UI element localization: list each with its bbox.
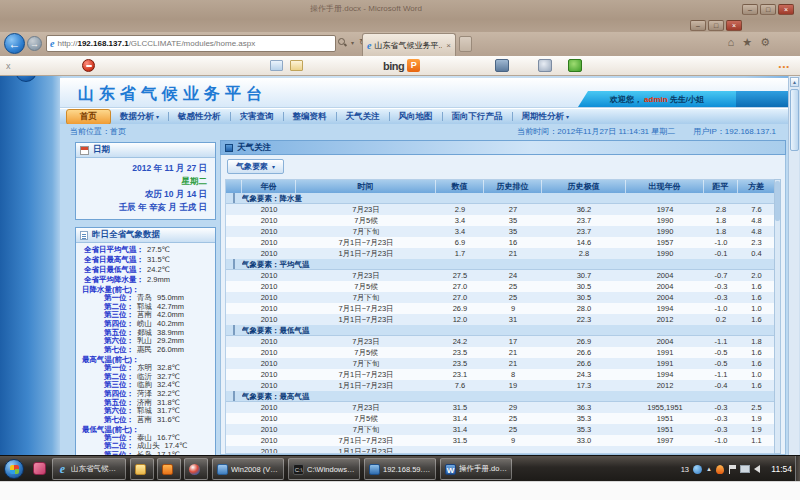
favorites-star-icon[interactable]: ★ xyxy=(742,36,752,49)
table-row[interactable]: 20107月1日~7月23日26.9928.01994-1.01.0 xyxy=(226,303,775,314)
hidden-icons-arrow-icon[interactable]: ▲ xyxy=(706,466,712,472)
taskbar-media-button[interactable] xyxy=(157,458,181,480)
network-globe-icon[interactable] xyxy=(693,465,702,474)
minimize-icon[interactable]: – xyxy=(742,4,758,15)
maximize-icon[interactable]: □ xyxy=(708,20,724,31)
back-button[interactable]: ← xyxy=(4,33,25,54)
panel-collapse-icon[interactable]: – xyxy=(15,76,37,82)
quick-launch-icon[interactable] xyxy=(33,462,46,475)
windows-start-button[interactable] xyxy=(4,459,24,479)
menu-item-天气关注[interactable]: 天气关注 xyxy=(337,111,389,123)
table-row[interactable]: 20101月1日~7月23日12.03122.320120.21.6 xyxy=(226,314,775,325)
table-row[interactable]: 20107月5候27.02530.52004-0.31.6 xyxy=(226,281,775,292)
antivirus-flame-icon[interactable] xyxy=(716,465,724,474)
scrollbar-thumb[interactable] xyxy=(790,89,799,151)
maximize-icon[interactable]: □ xyxy=(760,4,776,15)
menu-item-数据分析[interactable]: 数据分析▾ xyxy=(111,111,168,123)
search-icon[interactable] xyxy=(338,38,346,46)
action-center-flag-icon[interactable] xyxy=(728,465,736,474)
site-header: 山东省气候业务平台 欢迎您， admin 先生/小姐 xyxy=(60,78,788,108)
taskbar-clock[interactable]: 11:54 xyxy=(771,456,792,482)
table-row[interactable]: 20107月下旬23.52126.61991-0.51.6 xyxy=(226,358,775,369)
expand-checkbox-icon[interactable] xyxy=(233,325,235,335)
show-desktop-button[interactable] xyxy=(795,456,800,482)
menu-item-风向地图[interactable]: 风向地图 xyxy=(390,111,442,123)
table-cell: 1月1日~7月23日 xyxy=(296,380,436,391)
table-row[interactable]: 20107月5候3.43523.719901.84.8 xyxy=(226,215,775,226)
tab-close-icon[interactable]: × xyxy=(446,41,451,50)
mail-card-icon[interactable] xyxy=(290,60,303,71)
menu-item-面向下行产品[interactable]: 面向下行产品 xyxy=(443,111,512,123)
camera-icon[interactable] xyxy=(495,59,509,72)
volume-icon[interactable] xyxy=(754,465,760,473)
element-button-label: 气象要素 xyxy=(236,161,268,172)
menu-item-首页[interactable]: 首页 xyxy=(66,109,111,125)
minimize-icon[interactable]: – xyxy=(690,20,706,31)
taskbar-explorer-button[interactable] xyxy=(130,458,154,480)
table-row[interactable]: 20107月5候23.52126.61991-0.51.6 xyxy=(226,347,775,358)
table-row[interactable]: 20107月23日24.21726.92004-1.11.8 xyxy=(226,336,775,347)
addon-paw-icon[interactable] xyxy=(538,59,552,72)
taskbar-window-button[interactable]: C:\C:\Windows\s... xyxy=(288,458,360,480)
stat-value: 2.9mm xyxy=(147,275,170,285)
table-row[interactable]: 20101月1日~7月23日 xyxy=(226,446,775,454)
expand-checkbox-icon[interactable] xyxy=(233,259,235,269)
table-row[interactable]: 20107月5候31.42535.31951-0.31.9 xyxy=(226,413,775,424)
menu-item-整编资料[interactable]: 整编资料 xyxy=(284,111,336,123)
element-selector-button[interactable]: 气象要素 ▾ xyxy=(227,159,284,174)
menu-item-周期性分析[interactable]: 周期性分析▾ xyxy=(513,111,579,123)
new-tab-button[interactable] xyxy=(459,36,472,52)
table-group-row[interactable]: 气象要素：平均气温 xyxy=(226,259,775,270)
table-cell: 22.3 xyxy=(542,314,626,325)
expand-checkbox-icon[interactable] xyxy=(233,391,235,401)
bing-search-widget[interactable]: bing P xyxy=(383,59,420,72)
page-scrollbar[interactable]: ▲ xyxy=(788,76,799,455)
taskbar-window-button[interactable]: W操作手册.docx ... xyxy=(440,458,512,480)
addon-globe-icon[interactable] xyxy=(568,59,582,72)
forward-button[interactable]: → xyxy=(27,36,42,51)
addon-red-icon[interactable] xyxy=(82,59,95,72)
scroll-up-icon[interactable]: ▲ xyxy=(790,77,799,87)
table-group-row[interactable]: 气象要素：最高气温 xyxy=(226,391,775,402)
table-cell xyxy=(484,446,542,454)
menu-item-敏感性分析[interactable]: 敏感性分析 xyxy=(169,111,230,123)
table-cell: 9 xyxy=(484,435,542,446)
toolbar-close-icon[interactable]: x xyxy=(6,61,11,71)
table-row[interactable]: 20107月1日~7月23日23.1824.31994-1.11.0 xyxy=(226,369,775,380)
close-icon[interactable]: × xyxy=(778,4,794,15)
taskbar-browser-button[interactable] xyxy=(184,458,208,480)
table-row[interactable]: 20107月1日~7月23日6.91614.61957-1.02.3 xyxy=(226,237,775,248)
table-row[interactable]: 20107月1日~7月23日31.5933.01997-1.01.1 xyxy=(226,435,775,446)
table-scrollbar[interactable] xyxy=(774,179,781,454)
table-row[interactable]: 20107月23日27.52430.72004-0.72.0 xyxy=(226,270,775,281)
table-row[interactable]: 20107月23日2.92736.219742.87.6 xyxy=(226,204,775,215)
table-row[interactable]: 20107月23日31.52936.31955,1951-0.32.5 xyxy=(226,402,775,413)
taskbar-window-button[interactable]: Win2008 (VS2... xyxy=(212,458,284,480)
table-group-row[interactable]: 气象要素：降水量 xyxy=(226,193,775,204)
table-row[interactable]: 20101月1日~7月23日1.7212.81990-0.10.4 xyxy=(226,248,775,259)
photo-card-icon[interactable] xyxy=(270,60,283,71)
screen-bottom-margin xyxy=(0,481,800,500)
table-group-row[interactable]: 气象要素：最低气温 xyxy=(226,325,775,336)
menu-item-灾害查询[interactable]: 灾害查询 xyxy=(231,111,283,123)
table-row[interactable]: 20107月下旬3.43523.719901.84.8 xyxy=(226,226,775,237)
home-icon[interactable]: ⌂ xyxy=(728,36,735,49)
chevron-down-icon[interactable]: ▾ xyxy=(351,39,354,46)
table-cell: 1.8 xyxy=(704,215,738,226)
display-icon[interactable] xyxy=(740,465,750,473)
browser-tab[interactable]: e 山东省气候业务平... × xyxy=(362,33,456,56)
scrollbar-thumb[interactable] xyxy=(775,181,780,221)
table-row[interactable]: 20107月下旬31.42535.31951-0.31.9 xyxy=(226,424,775,435)
taskbar-ie-button[interactable]: e 山东省气候业务平... xyxy=(52,458,126,480)
close-icon[interactable]: × xyxy=(726,20,742,31)
table-row[interactable]: 20107月下旬27.02530.52004-0.31.6 xyxy=(226,292,775,303)
group-title: 气象要素：最高气温 xyxy=(242,391,775,401)
ime-indicator[interactable]: 13 xyxy=(681,465,689,474)
more-options-icon[interactable]: ••• xyxy=(779,62,790,71)
settings-gear-icon[interactable]: ⚙ xyxy=(760,36,770,49)
taskbar-window-button[interactable]: 192.168.59.99... xyxy=(364,458,436,480)
address-bar[interactable]: e http://192.168.137.1/GLCCLIMATE/module… xyxy=(46,35,336,52)
row-checkbox-cell xyxy=(226,435,242,446)
table-row[interactable]: 20101月1日~7月23日7.61917.32012-0.41.6 xyxy=(226,380,775,391)
expand-checkbox-icon[interactable] xyxy=(233,193,235,203)
